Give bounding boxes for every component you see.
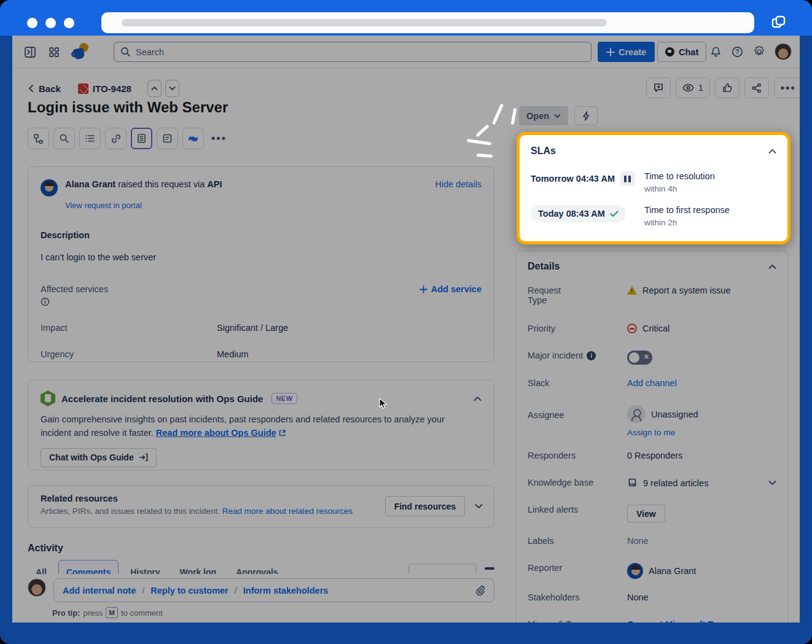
collapse-chevron-icon[interactable]	[474, 396, 482, 402]
connect-teams-link[interactable]: Connect Microsoft Teams	[627, 619, 735, 623]
major-incident-toggle[interactable]: ✕	[627, 351, 652, 365]
view-request-in-portal-link[interactable]: View request in portal	[65, 201, 142, 210]
next-issue-button[interactable]	[165, 80, 179, 97]
view-alerts-button[interactable]: View	[627, 505, 665, 522]
ops-guide-read-more-link[interactable]: Read more about Ops Guide	[156, 428, 276, 438]
tab-comments[interactable]: Comments	[58, 560, 119, 574]
share-icon[interactable]	[744, 77, 769, 98]
chat-with-ops-guide-button[interactable]: Chat with Ops Guide	[41, 448, 157, 467]
add-internal-note-link[interactable]: Add internal note	[63, 586, 136, 596]
assignee-row: Assignee Unassigned Assign to me	[528, 405, 776, 437]
browser-chrome	[0, 0, 812, 36]
current-user-avatar	[28, 578, 46, 597]
find-resources-button[interactable]: Find resources	[385, 496, 465, 516]
slack-label: Slack	[528, 378, 627, 388]
info-filled-icon[interactable]: i	[587, 351, 596, 360]
app-switcher-icon[interactable]	[48, 46, 60, 58]
details-panel: Details Request Type Report a system iss…	[516, 250, 788, 623]
expand-chevron-icon[interactable]	[475, 503, 483, 509]
watchers-count: 1	[698, 83, 703, 93]
request-type-row: Request Type Report a system issue	[528, 285, 776, 305]
zoom-window-dot[interactable]	[64, 18, 74, 28]
details-collapse-icon[interactable]	[768, 264, 776, 270]
hide-details-link[interactable]: Hide details	[435, 179, 482, 189]
copy-tabs-icon[interactable]	[769, 13, 789, 33]
add-child-item-icon[interactable]	[28, 128, 49, 149]
search-input[interactable]	[136, 47, 585, 57]
sla-row-resolution[interactable]: Tomorrow 04:43 AM Time to resolution wit…	[531, 171, 776, 193]
priority-row: Priority Critical	[528, 324, 776, 337]
traffic-lights[interactable]	[27, 18, 74, 28]
tab-worklog[interactable]: Work log	[171, 560, 224, 574]
status-row: Open	[519, 106, 598, 125]
search-detail-icon[interactable]	[53, 128, 75, 149]
sla-goal: within 4h	[644, 184, 715, 193]
more-actions-icon[interactable]: •••	[208, 128, 230, 149]
sort-dropdown[interactable]	[408, 564, 476, 574]
related-resources-read-more-link[interactable]: Read more about related resources	[222, 506, 353, 516]
sidebar-toggle-icon[interactable]	[23, 45, 37, 59]
linked-alerts-row: Linked alerts View	[528, 505, 776, 522]
slack-row: Slack Add channel	[528, 378, 776, 392]
labels-value[interactable]: None	[627, 536, 649, 546]
assign-to-me-link[interactable]: Assign to me	[627, 428, 776, 437]
address-bar[interactable]	[101, 12, 754, 33]
tab-all[interactable]: All	[28, 560, 55, 574]
screenshot-stage: Create Chat ?	[0, 0, 812, 644]
tab-history[interactable]: History	[122, 560, 168, 574]
responders-value: 0 Responders	[627, 451, 682, 460]
pause-icon	[620, 171, 635, 186]
description-body[interactable]: I can't login to the web server	[41, 252, 482, 262]
ops-guide-icon	[41, 390, 55, 406]
browser-window: Create Chat ?	[0, 0, 812, 644]
minimize-window-dot[interactable]	[45, 18, 56, 28]
checklist-icon[interactable]	[79, 128, 101, 149]
sla-title: SLAs	[531, 145, 556, 157]
status-dropdown[interactable]: Open	[519, 106, 568, 125]
watch-button[interactable]: 1	[676, 77, 710, 98]
impact-value[interactable]: Significant / Large	[217, 323, 288, 333]
workspace-logo-icon[interactable]	[71, 43, 90, 61]
back-link[interactable]: Back	[28, 83, 61, 94]
reply-to-customer-link[interactable]: Reply to customer	[150, 586, 228, 596]
responders-label: Responders	[528, 451, 627, 460]
add-channel-link[interactable]: Add channel	[627, 378, 677, 388]
sla-row-first-response[interactable]: Today 08:43 AM Time to first response wi…	[531, 205, 776, 227]
comment-composer[interactable]: Add internal note / Reply to customer / …	[53, 578, 494, 602]
link-icon[interactable]	[105, 128, 127, 149]
breadcrumb: Back ITO-9428	[28, 80, 179, 97]
issue-key-chip[interactable]: ITO-9428	[78, 83, 131, 94]
feedback-icon[interactable]	[646, 77, 671, 98]
create-button[interactable]: Create	[598, 42, 655, 62]
previous-issue-button[interactable]	[147, 80, 162, 97]
settings-gear-icon[interactable]	[752, 45, 766, 58]
keyboard-key-m: M	[106, 607, 118, 618]
teams-label: Microsoft Teams	[528, 619, 627, 623]
tab-approvals[interactable]: Approvals	[228, 560, 286, 574]
page-title: Login issue with Web Server	[28, 99, 228, 116]
attachment-paperclip-icon[interactable]	[475, 585, 485, 596]
more-header-actions-icon[interactable]: •••	[774, 77, 800, 98]
priority-critical-icon	[627, 324, 637, 333]
help-icon[interactable]: ?	[731, 45, 744, 58]
sla-collapse-icon[interactable]	[768, 149, 776, 154]
like-button[interactable]	[715, 77, 740, 98]
issue-key: ITO-9428	[93, 83, 131, 94]
note-icon[interactable]	[157, 128, 178, 149]
kb-chevron-icon[interactable]	[768, 480, 776, 486]
assignee-label: Assignee	[528, 405, 627, 420]
user-avatar[interactable]	[775, 43, 792, 60]
top-app-bar: Create Chat ?	[12, 36, 800, 68]
inform-stakeholders-link[interactable]: Inform stakeholders	[243, 586, 329, 596]
close-window-dot[interactable]	[27, 18, 37, 28]
doc-panel-icon-active[interactable]	[131, 128, 152, 149]
chat-button[interactable]: Chat	[657, 42, 706, 62]
global-search[interactable]	[114, 42, 591, 62]
collapse-activity-icon[interactable]	[485, 567, 494, 570]
info-icon[interactable]	[41, 297, 108, 306]
add-service-link[interactable]: Add service	[420, 284, 482, 294]
urgency-value[interactable]: Medium	[217, 349, 249, 359]
confluence-icon[interactable]	[182, 128, 204, 149]
notifications-bell-icon[interactable]	[709, 45, 722, 58]
automation-lightning-icon[interactable]	[574, 106, 598, 125]
